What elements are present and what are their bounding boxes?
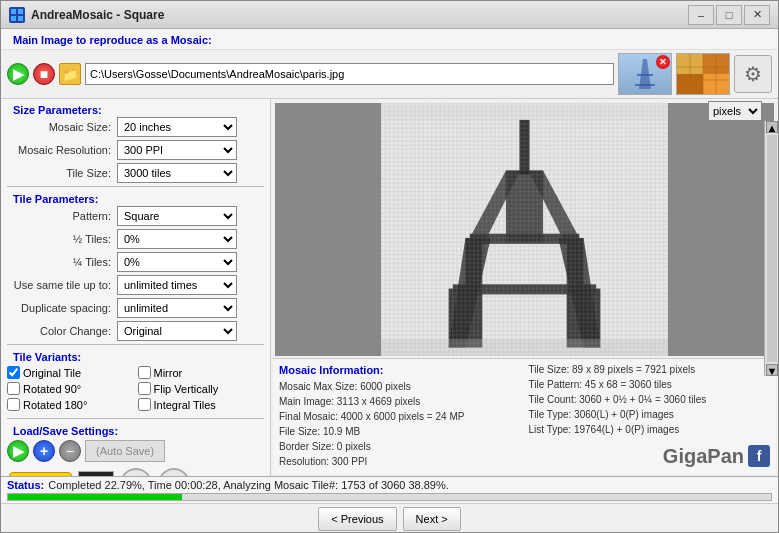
top-bar: ▶ ■ 📁 [1,50,778,99]
scrollbar[interactable]: ▲ ▼ [764,121,778,376]
svg-rect-36 [381,103,668,120]
status-text: Completed 22.79%, Time 00:00:28, Analyzi… [48,479,449,491]
variants-grid: Original Tile Mirror Rotated 90° Flip Ve… [7,364,264,415]
rotated-90-checkbox[interactable] [7,382,20,395]
info-button[interactable]: i [120,468,152,476]
info-panel: Mosaic Information: Mosaic Max Size: 600… [273,358,776,474]
tile-size-label: Tile Size: [7,167,117,179]
pattern-select[interactable]: Square Hexagonal [117,206,237,226]
go-button[interactable]: ▶ [7,63,29,85]
tile-params-header: Tile Parameters: [7,190,264,206]
tile-count-info: Tile Count: 3060 + 0½ + 0¼ = 3060 tiles [529,392,771,407]
resolution-label: Mosaic Resolution: [7,144,117,156]
help-button[interactable]: ? [158,468,190,476]
rotated-90-label: Rotated 90° [23,383,81,395]
svg-rect-3 [11,16,16,21]
same-tile-row: Use same tile up to: unlimited times 1 t… [7,275,264,295]
svg-rect-4 [18,16,23,21]
left-panel: Size Parameters: Mosaic Size: 20 inches … [1,99,271,476]
same-tile-select[interactable]: unlimited times 1 time 5 times [117,275,237,295]
progress-bar-fill [8,494,182,500]
main-image-info: Main Image: 3113 x 4669 pixels [279,394,521,409]
svg-rect-8 [635,84,655,86]
maximize-button[interactable]: □ [716,5,742,25]
list-type-info: List Type: 19764(L) + 0(P) images [529,422,771,437]
color-change-select[interactable]: Original Low Medium [117,321,237,341]
border-size-info: Border Size: 0 pixels [279,439,521,454]
load-save-row: ▶ + − (Auto Save) [7,438,264,464]
tile-variants-header: Tile Variants: [7,348,264,364]
rotated-180-checkbox[interactable] [7,398,20,411]
size-params-header: Size Parameters: [7,101,264,117]
pattern-label: Pattern: [7,210,117,222]
dup-spacing-row: Duplicate spacing: unlimited 5 10 [7,298,264,318]
tile-size-select[interactable]: 3000 tiles 1000 tiles 2000 tiles [117,163,237,183]
tile-type-info: Tile Type: 3060(L) + 0(P) images [529,407,771,422]
resolution-select[interactable]: 300 PPI 72 PPI 150 PPI [117,140,237,160]
minimize-button[interactable]: – [688,5,714,25]
mosaic-size-row: Mosaic Size: 20 inches 10 inches 30 inch… [7,117,264,137]
mirror-row: Mirror [138,366,265,379]
svg-rect-37 [381,339,668,356]
original-tile-label: Original Tile [23,367,81,379]
rotated-90-row: Rotated 90° [7,382,134,395]
mosaic-size-select[interactable]: 20 inches 10 inches 30 inches [117,117,237,137]
quarter-tiles-select[interactable]: 0% 10% [117,252,237,272]
quarter-tiles-row: ¼ Tiles: 0% 10% [7,252,264,272]
window-title: AndreaMosaic - Square [31,8,688,22]
units-select[interactable]: pixels inches cm [708,101,762,121]
mosaic-max-size: Mosaic Max Size: 6000 pixels [279,379,521,394]
info-col-left: Mosaic Information: Mosaic Max Size: 600… [279,362,521,471]
prev-button[interactable]: < Previous [318,507,396,531]
load-button[interactable]: ▶ [7,440,29,462]
bottom-actions: < Previous Next > [1,503,778,533]
main-content: Main Image to reproduce as a Mosaic: ▶ ■… [1,29,778,533]
integral-tiles-label: Integral Tiles [154,399,216,411]
same-tile-label: Use same tile up to: [7,279,117,291]
mosaic-size-label: Mosaic Size: [7,121,117,133]
tile-size-row: Tile Size: 3000 tiles 1000 tiles 2000 ti… [7,163,264,183]
browse-button[interactable]: 📁 [59,63,81,85]
load-save-header: Load/Save Settings: [7,422,264,438]
color-change-row: Color Change: Original Low Medium [7,321,264,341]
mosaic-svg [275,103,774,356]
original-tile-row: Original Tile [7,366,134,379]
svg-rect-2 [18,9,23,14]
mirror-checkbox[interactable] [138,366,151,379]
title-bar: AndreaMosaic - Square – □ ✕ [1,1,778,29]
mirror-label: Mirror [154,367,183,379]
delete-button[interactable]: − [59,440,81,462]
pattern-row: Pattern: Square Hexagonal [7,206,264,226]
flip-vertically-label: Flip Vertically [154,383,219,395]
path-input[interactable] [85,63,614,85]
dup-spacing-select[interactable]: unlimited 5 10 [117,298,237,318]
info-col-right: Tile Size: 89 x 89 pixels = 7921 pixels … [529,362,771,471]
close-button[interactable]: ✕ [744,5,770,25]
gigapan-text: GigaPan [663,441,744,471]
stop-button[interactable]: ■ [33,63,55,85]
color-change-label: Color Change: [7,325,117,337]
half-tiles-select[interactable]: 0% 10% [117,229,237,249]
tile-size-info: Tile Size: 89 x 89 pixels = 7921 pixels [529,362,771,377]
thumbnail-1[interactable]: ✕ [618,53,672,95]
right-panel: pixels inches cm [271,99,778,476]
progress-bar-container [7,493,772,501]
integral-tiles-row: Integral Tiles [138,398,265,411]
save-button[interactable]: + [33,440,55,462]
half-tiles-row: ½ Tiles: 0% 10% [7,229,264,249]
settings-button[interactable]: ⚙ [734,55,772,93]
svg-rect-1 [11,9,16,14]
main-image-header: Main Image to reproduce as a Mosaic: [7,31,218,47]
quarter-tiles-label: ¼ Tiles: [7,256,117,268]
status-bar: Status: Completed 22.79%, Time 00:00:28,… [1,476,778,503]
integral-tiles-checkbox[interactable] [138,398,151,411]
autosave-button[interactable]: (Auto Save) [85,440,165,462]
final-mosaic-info: Final Mosaic: 4000 x 6000 pixels = 24 MP [279,409,521,424]
original-tile-checkbox[interactable] [7,366,20,379]
flip-vertically-checkbox[interactable] [138,382,151,395]
mosaic-image [275,103,774,356]
thumbnail-2[interactable] [676,53,730,95]
facebook-icon: f [748,445,770,467]
next-button[interactable]: Next > [403,507,461,531]
svg-rect-7 [637,74,653,76]
